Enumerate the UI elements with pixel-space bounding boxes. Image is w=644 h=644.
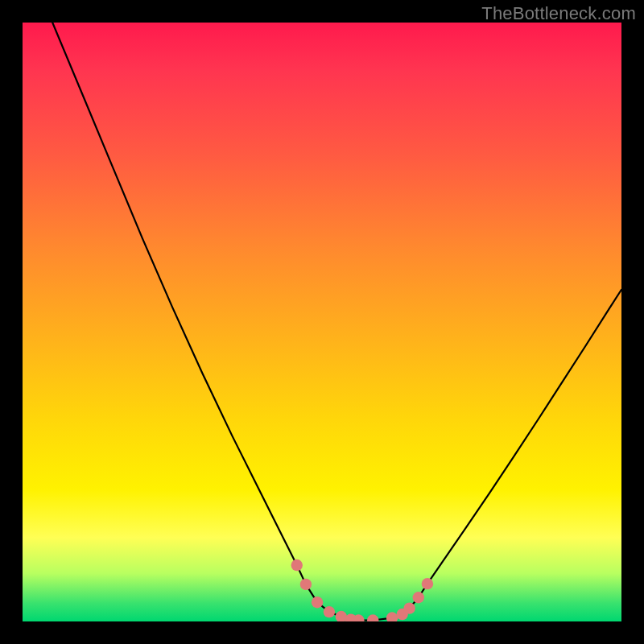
curve-right	[358, 290, 621, 621]
data-marker	[386, 612, 398, 621]
data-marker	[291, 559, 303, 571]
data-marker	[367, 614, 378, 621]
data-marker	[403, 602, 415, 613]
curve-layer	[23, 23, 621, 621]
data-marker	[422, 578, 433, 589]
data-marker	[324, 606, 335, 617]
chart-frame: TheBottleneck.com	[0, 0, 644, 644]
data-marker	[413, 592, 424, 603]
plot-area	[23, 23, 621, 621]
watermark-label: TheBottleneck.com	[481, 3, 636, 24]
data-marker	[312, 597, 323, 608]
curve-left	[52, 23, 358, 621]
data-marker	[300, 579, 312, 590]
